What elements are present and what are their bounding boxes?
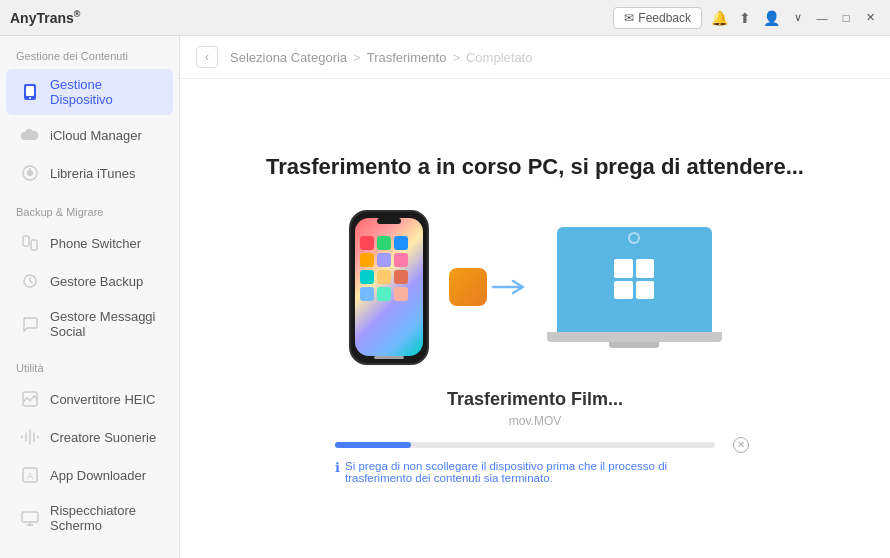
transfer-filename: Trasferimento Film...	[335, 389, 735, 410]
title-bar-right: ✉ Feedback 🔔 ⬆ 👤 ∨ — □ ✕	[613, 7, 880, 29]
laptop-base	[547, 332, 722, 342]
breadcrumb-step3: Completato	[466, 50, 532, 65]
backup-icon	[20, 271, 40, 291]
app-icon-6	[394, 253, 408, 267]
app-icon-2	[377, 236, 391, 250]
upload-icon[interactable]: ⬆	[736, 9, 754, 27]
phone-screen-content	[355, 218, 423, 306]
sidebar-item-icloud-manager[interactable]: iCloud Manager	[6, 117, 173, 153]
transfer-illustration	[349, 210, 722, 365]
app-icon-7	[360, 270, 374, 284]
sidebar-item-gestore-backup[interactable]: Gestore Backup	[6, 263, 173, 299]
app-icon-12	[394, 287, 408, 301]
download-icon: A	[20, 465, 40, 485]
progress-cancel-button[interactable]: ✕	[733, 437, 749, 453]
sidebar: Gestione dei Contenuti Gestione Disposit…	[0, 36, 180, 558]
svg-rect-10	[22, 512, 38, 522]
convert-icon	[20, 389, 40, 409]
message-icon	[20, 314, 40, 334]
win-square-4	[636, 281, 655, 300]
svg-rect-5	[23, 236, 29, 246]
phone-switch-icon	[20, 233, 40, 253]
mirror-icon	[20, 508, 40, 528]
progress-bar-container	[335, 442, 715, 448]
phone-screen	[355, 218, 423, 356]
user-icon[interactable]: 👤	[762, 9, 780, 27]
sidebar-item-creatore-suonerie[interactable]: Creatore Suonerie	[6, 419, 173, 455]
transfer-box	[449, 268, 487, 306]
chevron-down-icon[interactable]: ∨	[788, 8, 808, 28]
section-gestione-title: Gestione dei Contenuti	[0, 36, 179, 68]
title-bar: AnyTrans® ✉ Feedback 🔔 ⬆ 👤 ∨ — □ ✕	[0, 0, 890, 36]
feedback-mail-icon: ✉	[624, 11, 634, 25]
close-button[interactable]: ✕	[860, 8, 880, 28]
breadcrumb-sep1: >	[353, 50, 361, 65]
sidebar-item-gestione-dispositivo[interactable]: Gestione Dispositivo	[6, 69, 173, 115]
breadcrumb-nav: ‹	[196, 46, 218, 68]
main-layout: Gestione dei Contenuti Gestione Disposit…	[0, 36, 890, 558]
window-controls: ∨ — □ ✕	[788, 8, 880, 28]
content-area: ‹ Seleziona Categoria > Trasferimento > …	[180, 36, 890, 558]
progress-bar-wrapper: ✕	[335, 442, 735, 448]
transfer-arrow	[449, 268, 527, 306]
transfer-extension: mov.MOV	[335, 414, 735, 428]
app-title: AnyTrans®	[10, 9, 80, 26]
app-icon-3	[394, 236, 408, 250]
transfer-direction-icon	[491, 277, 527, 297]
app-icon-4	[360, 253, 374, 267]
sidebar-item-app-downloader[interactable]: A App Downloader	[6, 457, 173, 493]
sidebar-item-rispecchiatore-schermo[interactable]: Rispecchiatore Schermo	[6, 495, 173, 541]
svg-rect-6	[31, 240, 37, 250]
cloud-icon	[20, 125, 40, 145]
win-square-3	[614, 281, 633, 300]
breadcrumb-step2: Trasferimento	[367, 50, 447, 65]
windows-logo	[614, 259, 654, 299]
sidebar-item-phone-switcher[interactable]: Phone Switcher	[6, 225, 173, 261]
win-square-1	[614, 259, 633, 278]
title-bar-left: AnyTrans®	[10, 9, 80, 26]
sidebar-collapse-button[interactable]: <	[0, 542, 179, 558]
app-icon-9	[394, 270, 408, 284]
app-icon-5	[377, 253, 391, 267]
breadcrumb-sep2: >	[452, 50, 460, 65]
progress-section: Trasferimento Film... mov.MOV ✕ ℹ Si pre…	[335, 389, 735, 484]
progress-bar-fill	[335, 442, 411, 448]
section-utilita-title: Utilità	[0, 348, 179, 380]
breadcrumb-back-button[interactable]: ‹	[196, 46, 218, 68]
maximize-button[interactable]: □	[836, 8, 856, 28]
laptop-stand	[609, 342, 659, 348]
music-icon	[20, 163, 40, 183]
breadcrumb: ‹ Seleziona Categoria > Trasferimento > …	[180, 36, 890, 79]
app-icon-11	[377, 287, 391, 301]
bell-icon[interactable]: 🔔	[710, 9, 728, 27]
transfer-title: Trasferimento a in corso PC, si prega di…	[266, 154, 804, 180]
app-icon-8	[377, 270, 391, 284]
app-icon-10	[360, 287, 374, 301]
sidebar-item-gestore-messaggi[interactable]: Gestore Messaggi Social	[6, 301, 173, 347]
svg-rect-1	[26, 86, 34, 96]
phone-notch	[377, 218, 401, 224]
sidebar-item-libreria-itunes[interactable]: Libreria iTunes	[6, 155, 173, 191]
info-icon: ℹ	[335, 460, 340, 475]
svg-text:A: A	[27, 471, 33, 481]
app-icon-1	[360, 236, 374, 250]
sidebar-item-convertitore-heic[interactable]: Convertitore HEIC	[6, 381, 173, 417]
transfer-content: Trasferimento a in corso PC, si prega di…	[180, 79, 890, 558]
win-square-2	[636, 259, 655, 278]
phone-home-bar	[374, 356, 404, 359]
laptop-device	[547, 227, 722, 348]
feedback-button[interactable]: ✉ Feedback	[613, 7, 702, 29]
phone-device	[349, 210, 429, 365]
ringtone-icon	[20, 427, 40, 447]
device-icon	[20, 82, 40, 102]
minimize-button[interactable]: —	[812, 8, 832, 28]
warning-text: ℹ Si prega di non scollegare il disposit…	[335, 460, 735, 484]
laptop-screen	[557, 227, 712, 332]
section-backup-title: Backup & Migrare	[0, 192, 179, 224]
svg-point-2	[29, 97, 31, 99]
breadcrumb-step1: Seleziona Categoria	[230, 50, 347, 65]
